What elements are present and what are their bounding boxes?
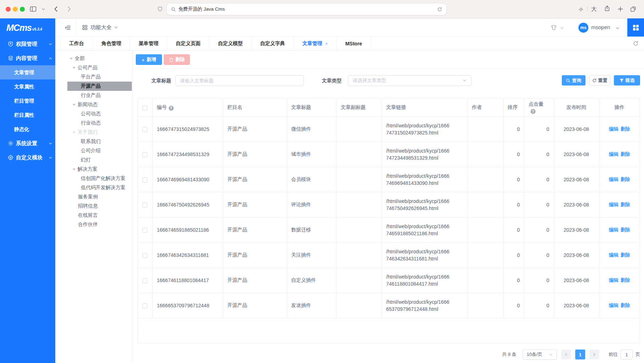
privacy-shield-icon[interactable]	[157, 6, 163, 12]
delete-link[interactable]: 删除	[621, 227, 630, 232]
tree-node[interactable]: 解决方案	[67, 165, 132, 174]
sidebar-item[interactable]: 权限管理	[0, 37, 55, 51]
tree-node[interactable]: 招聘信息	[67, 202, 132, 211]
tree-node[interactable]: 公司介绍	[67, 146, 132, 155]
article-type-select[interactable]: 请选择文章类型	[348, 75, 471, 86]
tab[interactable]: 自定义字典	[252, 37, 294, 50]
tree-node[interactable]: 在线留言	[67, 211, 132, 220]
edit-link[interactable]: 编辑	[609, 303, 618, 308]
row-checkbox[interactable]	[142, 278, 147, 283]
tree-node[interactable]: 信创国产化解决方案	[67, 174, 132, 183]
minimize-window-button[interactable]	[13, 7, 18, 12]
text-smaller-button[interactable]: 小	[579, 6, 583, 12]
tree-node[interactable]: 关于我们	[67, 128, 132, 137]
goto-page-input[interactable]	[621, 350, 633, 359]
sidebar-item[interactable]: 自定义模块	[0, 150, 55, 165]
back-button[interactable]	[54, 6, 58, 12]
tree-node[interactable]: 幻灯	[67, 155, 132, 165]
tree-node[interactable]: 全部	[67, 54, 132, 63]
tab[interactable]: 自定义模型	[209, 37, 252, 50]
app-menu-dropdown[interactable]: 功能大全	[82, 18, 118, 37]
new-tab-icon[interactable]	[617, 6, 623, 12]
tab[interactable]: 菜单管理	[130, 37, 167, 50]
tree-node[interactable]: 行业产品	[67, 91, 132, 100]
help-icon[interactable]: ?	[531, 109, 536, 114]
select-all-checkbox[interactable]	[142, 105, 147, 110]
tree-node[interactable]: 低代码开发解决方案	[67, 183, 132, 192]
row-checkbox[interactable]	[142, 203, 147, 208]
forward-button[interactable]	[67, 6, 71, 12]
tab[interactable]: 文章管理×	[294, 37, 337, 50]
page-size-select[interactable]: 10条/页	[523, 349, 557, 360]
article-title-input[interactable]	[175, 75, 304, 86]
delete-link[interactable]: 删除	[621, 277, 630, 283]
zoom-window-button[interactable]	[20, 7, 25, 12]
filter-button[interactable]: 筛选	[614, 75, 640, 86]
tree-node[interactable]: 联系我们	[67, 137, 132, 146]
refresh-icon[interactable]	[633, 41, 638, 46]
tab[interactable]: 工作台	[60, 37, 93, 50]
sidebar-item[interactable]: 内容管理	[0, 51, 55, 65]
help-icon[interactable]: ?	[169, 106, 174, 111]
sidebar-subitem[interactable]: 栏目属性	[0, 108, 55, 122]
query-button[interactable]: 查询	[562, 75, 586, 86]
add-button[interactable]: + 新增	[136, 54, 162, 65]
share-icon[interactable]	[604, 5, 610, 12]
text-larger-button[interactable]: 大	[591, 6, 597, 13]
tree-node[interactable]: 行业动态	[67, 119, 132, 128]
tree-node[interactable]: 公司动态	[67, 109, 132, 119]
sidebar-item[interactable]: 系统设置	[0, 136, 55, 150]
sidebar-subitem[interactable]: 静态化	[0, 122, 55, 136]
chevron-down-icon[interactable]	[560, 26, 564, 30]
row-checkbox[interactable]	[142, 152, 147, 157]
row-checkbox[interactable]	[142, 127, 147, 132]
close-icon[interactable]: ×	[325, 41, 328, 46]
row-checkbox[interactable]	[142, 303, 147, 308]
username[interactable]: msopen	[591, 24, 610, 30]
tree-node[interactable]: 合作伙伴	[67, 220, 132, 229]
sidebar-subitem[interactable]: 文章管理	[0, 65, 55, 79]
delete-link[interactable]: 删除	[621, 252, 630, 258]
tree-node[interactable]: 服务案例	[67, 192, 132, 202]
tree-node[interactable]: 新闻动态	[67, 100, 132, 109]
next-page-button[interactable]	[589, 350, 599, 359]
delete-button[interactable]: 删除	[164, 54, 190, 65]
edit-link[interactable]: 编辑	[609, 202, 618, 207]
page-number-current[interactable]: 1	[575, 350, 585, 359]
delete-link[interactable]: 删除	[621, 177, 630, 182]
edit-link[interactable]: 编辑	[609, 252, 618, 258]
edit-link[interactable]: 编辑	[609, 126, 618, 132]
tab[interactable]: MStore	[337, 37, 371, 50]
delete-link[interactable]: 删除	[621, 202, 630, 207]
edit-link[interactable]: 编辑	[609, 177, 618, 182]
chevron-down-icon[interactable]	[616, 26, 620, 30]
edit-link[interactable]: 编辑	[609, 227, 618, 232]
caret-down-icon[interactable]	[73, 169, 75, 170]
close-window-button[interactable]	[6, 7, 11, 12]
delete-link[interactable]: 删除	[621, 303, 630, 308]
row-checkbox[interactable]	[142, 177, 147, 182]
tree-node[interactable]: 开源产品	[67, 82, 132, 91]
sidebar-subitem[interactable]: 栏目管理	[0, 94, 55, 108]
tab-overview-icon[interactable]	[630, 6, 636, 12]
caret-down-icon[interactable]	[73, 104, 75, 106]
browser-sidebar-icon[interactable]	[30, 6, 37, 12]
avatar[interactable]: ms	[578, 23, 588, 33]
tree-node[interactable]: 公司产品	[67, 63, 132, 72]
tree-node[interactable]: 平台产品	[67, 72, 132, 82]
reload-icon[interactable]	[437, 7, 442, 12]
delete-link[interactable]: 删除	[621, 152, 630, 157]
reset-button[interactable]: 重置	[589, 75, 610, 86]
caret-down-icon[interactable]	[73, 67, 75, 69]
tab[interactable]: 角色管理	[93, 37, 130, 50]
collapse-sidebar-icon[interactable]	[65, 24, 71, 31]
apps-grid-button[interactable]	[627, 18, 644, 37]
caret-down-icon[interactable]	[73, 132, 75, 133]
row-checkbox[interactable]	[142, 253, 147, 258]
sidebar-subitem[interactable]: 文章属性	[0, 79, 55, 94]
tab[interactable]: 自定义页面	[167, 37, 209, 50]
edit-link[interactable]: 编辑	[609, 152, 618, 157]
edit-link[interactable]: 编辑	[609, 277, 618, 283]
prev-page-button[interactable]	[561, 350, 571, 359]
caret-down-icon[interactable]	[70, 58, 73, 60]
